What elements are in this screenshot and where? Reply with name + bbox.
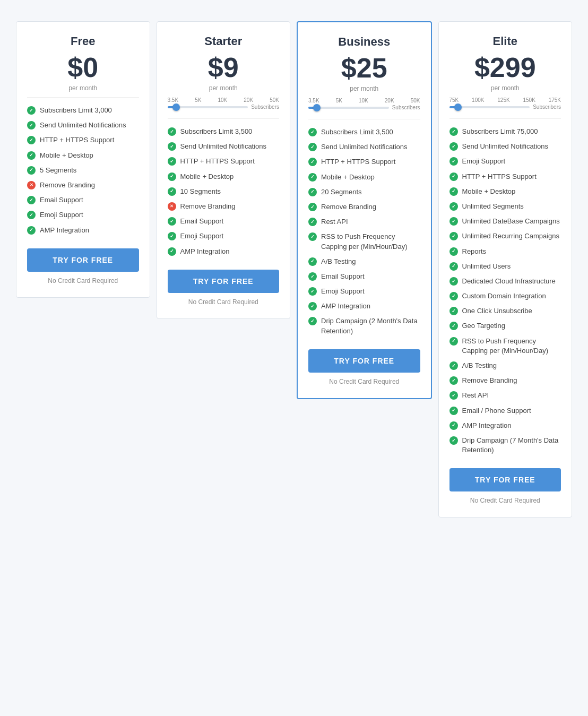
feature-item-free-4: 5 Segments [27, 163, 139, 178]
features-list-elite: Subscribers Limit 75,000Send Unlimited N… [449, 124, 561, 458]
slider-section-starter: 3.5K5K10K20K50KSubscribers [168, 97, 280, 110]
feature-item-starter-4: 10 Segments [168, 184, 280, 199]
slider-label: 50K [270, 97, 279, 103]
check-icon [449, 337, 458, 346]
check-icon [168, 187, 176, 196]
slider-sublabel-business: Subscribers [392, 105, 420, 110]
check-icon [308, 317, 317, 325]
divider-elite [449, 118, 561, 119]
feature-item-business-5: Remove Branding [308, 200, 420, 214]
check-icon [27, 211, 36, 219]
check-icon [449, 172, 458, 181]
slider-track-elite[interactable] [449, 106, 530, 108]
cta-button-elite[interactable]: TRY FOR FREE [449, 468, 561, 491]
feature-item-business-0: Subscribers Limit 3,500 [308, 125, 420, 140]
plan-name-business: Business [308, 35, 420, 49]
slider-row-elite[interactable]: Subscribers [449, 104, 561, 110]
feature-text-business-8: A/B Testing [321, 257, 356, 266]
feature-text-elite-2: Emoji Support [462, 157, 506, 166]
slider-thumb-starter[interactable] [172, 103, 180, 111]
feature-text-free-2: HTTP + HTTPS Support [40, 135, 114, 145]
feature-text-elite-5: Unlimited Segments [462, 202, 524, 211]
feature-item-elite-6: Unlimited DateBase Campaigns [449, 214, 561, 229]
feature-text-business-1: Send Unlimited Notifications [321, 142, 408, 152]
feature-item-elite-9: Unlimited Users [449, 259, 561, 274]
check-icon [449, 262, 458, 271]
plan-name-free: Free [27, 34, 139, 48]
slider-row-starter[interactable]: Subscribers [168, 104, 280, 110]
feature-item-business-1: Send Unlimited Notifications [308, 140, 420, 154]
feature-text-business-10: Emoji Support [321, 287, 365, 296]
check-icon [449, 421, 458, 430]
slider-track-business[interactable] [308, 107, 389, 109]
no-cc-label-starter: No Credit Card Required [168, 298, 280, 306]
feature-text-elite-14: RSS to Push Frequency Capping per (Min/H… [462, 337, 561, 356]
check-icon [449, 157, 458, 166]
feature-text-elite-18: Email / Phone Support [462, 406, 531, 416]
plan-period-business: per month [308, 85, 420, 92]
check-icon [449, 247, 458, 256]
feature-item-elite-4: Mobile + Desktop [449, 184, 561, 199]
feature-item-elite-18: Email / Phone Support [449, 403, 561, 418]
feature-item-business-2: HTTP + HTTPS Support [308, 154, 420, 169]
feature-text-elite-6: Unlimited DateBase Campaigns [462, 217, 560, 226]
check-icon [449, 361, 458, 370]
no-cc-label-business: No Credit Card Required [308, 378, 420, 385]
check-icon [308, 128, 317, 136]
feature-text-starter-7: Emoji Support [180, 231, 224, 241]
feature-text-business-5: Remove Branding [321, 202, 376, 212]
feature-item-elite-8: Reports [449, 244, 561, 259]
check-icon [27, 196, 36, 204]
check-icon [449, 307, 458, 315]
slider-track-starter[interactable] [168, 106, 248, 108]
slider-thumb-elite[interactable] [454, 103, 462, 111]
feature-item-free-7: Emoji Support [27, 208, 139, 222]
plan-period-free: per month [27, 84, 139, 92]
feature-item-starter-6: Email Support [168, 214, 280, 229]
check-icon [449, 277, 458, 286]
check-icon [27, 121, 36, 130]
pricing-container: Free$0per monthSubscribers Limit 3,000Se… [11, 11, 577, 528]
feature-item-elite-20: Drip Campaign (7 Month's Data Retention) [449, 433, 561, 458]
cta-button-starter[interactable]: TRY FOR FREE [168, 270, 280, 293]
plan-price-free: $0 [67, 52, 98, 83]
feature-item-elite-19: AMP Integration [449, 418, 561, 433]
check-icon [449, 187, 458, 196]
feature-item-free-8: AMP Integration [27, 223, 139, 238]
feature-item-free-0: Subscribers Limit 3,000 [27, 103, 139, 118]
feature-text-starter-6: Email Support [180, 217, 224, 226]
check-icon [449, 407, 458, 415]
slider-section-elite: 75K100K125K150K175KSubscribers [449, 97, 561, 110]
feature-text-business-11: AMP Integration [321, 301, 370, 311]
feature-text-starter-2: HTTP + HTTPS Support [180, 157, 255, 166]
slider-section-business: 3.5K5K10K20K50KSubscribers [308, 98, 420, 110]
feature-item-business-4: 20 Segments [308, 185, 420, 200]
slider-row-business[interactable]: Subscribers [308, 105, 420, 110]
feature-item-elite-13: Geo Targeting [449, 318, 561, 333]
plan-price-business: $25 [341, 53, 387, 83]
check-icon [168, 217, 176, 226]
no-cc-label-elite: No Credit Card Required [449, 497, 561, 504]
slider-thumb-business[interactable] [313, 104, 321, 111]
feature-text-elite-7: Unlimited Recurring Campaigns [462, 231, 560, 241]
plan-price-wrapper-free: $0 [27, 54, 139, 81]
feature-text-elite-12: One Click Unsubscribe [462, 306, 532, 316]
cta-button-business[interactable]: TRY FOR FREE [308, 349, 420, 373]
feature-text-starter-5: Remove Branding [180, 202, 236, 211]
check-icon [449, 322, 458, 330]
check-icon [168, 232, 176, 240]
cta-button-free[interactable]: TRY FOR FREE [27, 248, 139, 272]
feature-text-elite-19: AMP Integration [462, 421, 512, 430]
feature-item-business-8: A/B Testing [308, 254, 420, 269]
feature-item-free-5: Remove Branding [27, 178, 139, 193]
slider-label: 20K [385, 98, 394, 103]
check-icon [449, 217, 458, 226]
check-icon [168, 247, 176, 256]
feature-text-business-7: RSS to Push Frequency Capping per (Min/H… [321, 232, 420, 251]
feature-item-elite-2: Emoji Support [449, 154, 561, 169]
check-icon [27, 151, 36, 160]
check-icon [308, 143, 317, 151]
plan-card-elite: Elite$299per month75K100K125K150K175KSub… [438, 21, 573, 517]
check-icon [308, 203, 317, 211]
feature-text-business-9: Email Support [321, 272, 365, 281]
